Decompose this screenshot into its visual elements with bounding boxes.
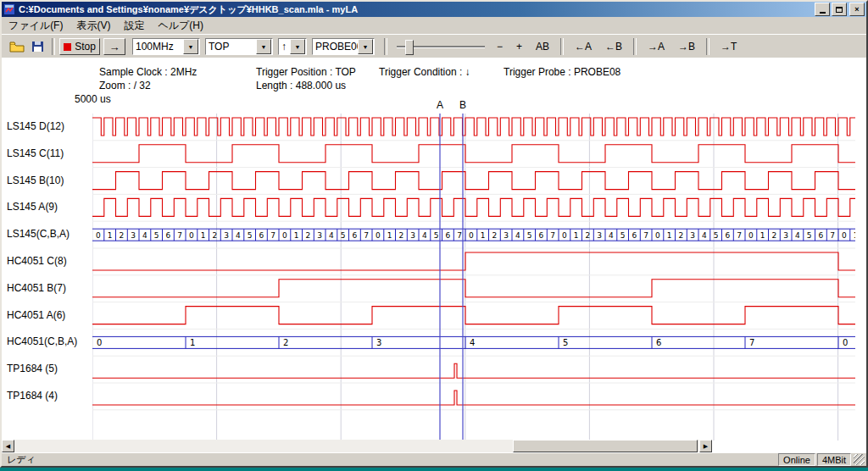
svg-text:0: 0 — [655, 231, 660, 240]
svg-text:2: 2 — [399, 231, 404, 240]
zoom-out-button[interactable]: − — [491, 39, 509, 54]
trigger-probe-info: Trigger Probe : PROBE08 — [504, 66, 620, 78]
menu-bar: ファイル(F) 表示(V) 設定 ヘルプ(H) — [2, 17, 866, 34]
move-cursor-b-button[interactable]: →B — [672, 39, 701, 54]
svg-text:6: 6 — [632, 231, 637, 240]
svg-text:7: 7 — [364, 231, 369, 240]
svg-text:7: 7 — [457, 231, 462, 240]
svg-text:5: 5 — [807, 231, 812, 240]
app-icon — [3, 3, 15, 15]
channel-label: HC4051 A(6) — [7, 309, 91, 321]
floppy-icon — [31, 41, 44, 53]
trigger-condition-info: Trigger Condition : ↓ — [379, 66, 470, 78]
svg-text:6: 6 — [446, 231, 451, 240]
menu-help[interactable]: ヘルプ(H) — [151, 17, 210, 35]
trigger-probe-select[interactable]: PROBE00 ▼ — [312, 38, 375, 55]
channel-label: LS145 C(11) — [7, 147, 91, 159]
cursor-label[interactable]: A — [437, 99, 443, 111]
trigger-position-select[interactable]: TOP ▼ — [205, 38, 273, 55]
svg-text:7: 7 — [177, 231, 182, 240]
svg-text:2: 2 — [283, 338, 288, 347]
svg-text:3: 3 — [224, 231, 229, 240]
channel-label: TP1684 (5) — [7, 363, 91, 374]
svg-text:0: 0 — [562, 231, 567, 240]
scroll-left-icon[interactable]: ◀ — [2, 440, 14, 452]
open-file-button[interactable] — [7, 37, 27, 56]
move-cursor-a-button[interactable]: →A — [642, 39, 670, 54]
horizontal-scrollbar[interactable]: ◀ ▶ — [2, 440, 712, 452]
scroll-right-icon[interactable]: ▶ — [699, 440, 712, 452]
waveform-view: Sample Clock : 2MHz Trigger Position : T… — [2, 58, 866, 454]
ab-button[interactable]: AB — [530, 39, 555, 54]
svg-text:4: 4 — [236, 231, 241, 240]
app-window: C:¥Documents and Settings¥noname¥デスクトップ¥… — [0, 0, 868, 468]
zoom-slider[interactable] — [397, 38, 485, 55]
menu-settings[interactable]: 設定 — [117, 17, 151, 35]
trigger-position-info: Trigger Position : TOP — [256, 66, 356, 78]
goto-cursor-b-button[interactable]: ←B — [599, 39, 628, 54]
svg-text:0: 0 — [282, 231, 287, 240]
stop-icon — [64, 43, 71, 51]
channel-label: HC4051 C(8) — [7, 255, 91, 267]
svg-text:2: 2 — [306, 231, 311, 240]
dropdown-arrow-icon[interactable]: ▼ — [290, 39, 305, 54]
svg-text:2: 2 — [492, 231, 498, 240]
status-bar: レディ Online 4MBit — [2, 452, 866, 466]
resize-grip[interactable] — [854, 454, 865, 465]
channel-label: HC4051(C,B,A) — [7, 335, 91, 347]
svg-text:7: 7 — [749, 338, 754, 347]
menu-view[interactable]: 表示(V) — [70, 17, 117, 35]
channel-label: TP1684 (4) — [7, 390, 91, 402]
svg-text:0: 0 — [97, 338, 102, 347]
run-button[interactable]: → — [103, 38, 125, 55]
svg-text:7: 7 — [737, 231, 742, 240]
svg-text:0: 0 — [469, 231, 474, 240]
svg-text:3: 3 — [317, 231, 322, 240]
sample-clock-select[interactable]: 100MHz ▼ — [132, 38, 200, 55]
stop-button[interactable]: Stop — [59, 38, 100, 55]
maximize-button[interactable] — [832, 3, 847, 16]
svg-text:4: 4 — [702, 231, 707, 240]
svg-text:3: 3 — [504, 231, 509, 240]
svg-text:5: 5 — [563, 338, 568, 347]
svg-text:1: 1 — [481, 231, 486, 240]
svg-text:1: 1 — [574, 231, 579, 240]
svg-text:0: 0 — [842, 231, 847, 240]
svg-text:0: 0 — [748, 231, 754, 240]
dropdown-arrow-icon[interactable]: ▼ — [256, 39, 271, 54]
svg-text:3: 3 — [376, 338, 381, 347]
svg-text:2: 2 — [120, 231, 125, 240]
slider-thumb[interactable] — [405, 40, 414, 55]
svg-text:4: 4 — [422, 231, 427, 240]
minimize-button[interactable] — [815, 3, 830, 16]
svg-text:5: 5 — [248, 231, 253, 240]
save-button[interactable] — [27, 37, 47, 56]
close-button[interactable]: × — [849, 3, 865, 16]
svg-text:1: 1 — [854, 231, 855, 240]
trigger-edge-select[interactable]: ↑ ▼ — [278, 38, 307, 55]
svg-text:0: 0 — [96, 231, 101, 240]
sample-clock-value: 100MHz — [133, 41, 183, 53]
cursor-label[interactable]: B — [459, 99, 466, 111]
dropdown-arrow-icon[interactable]: ▼ — [358, 39, 373, 54]
svg-text:6: 6 — [353, 231, 358, 240]
svg-text:6: 6 — [539, 231, 544, 240]
scrollbar-thumb[interactable] — [513, 440, 698, 452]
zoom-in-button[interactable]: + — [510, 39, 528, 54]
dropdown-arrow-icon[interactable]: ▼ — [183, 39, 198, 54]
goto-cursor-a-button[interactable]: ←A — [569, 39, 598, 54]
channel-label: HC4051 B(7) — [7, 282, 91, 294]
stop-label: Stop — [75, 41, 96, 53]
toolbar-separator — [560, 38, 564, 55]
waveform-svg: 0123456701234567012345670123456701234567… — [92, 114, 855, 441]
menu-file[interactable]: ファイル(F) — [2, 17, 70, 35]
svg-text:6: 6 — [656, 338, 661, 347]
toolbar-separator — [706, 38, 709, 55]
scrollbar-track[interactable] — [14, 440, 699, 452]
run-arrow-icon: → — [109, 41, 120, 53]
waveform-area[interactable]: 0123456701234567012345670123456701234567… — [92, 114, 855, 444]
svg-text:5: 5 — [714, 231, 719, 240]
svg-text:7: 7 — [270, 231, 275, 240]
goto-trigger-button[interactable]: →T — [715, 39, 743, 54]
svg-text:1: 1 — [201, 231, 206, 240]
